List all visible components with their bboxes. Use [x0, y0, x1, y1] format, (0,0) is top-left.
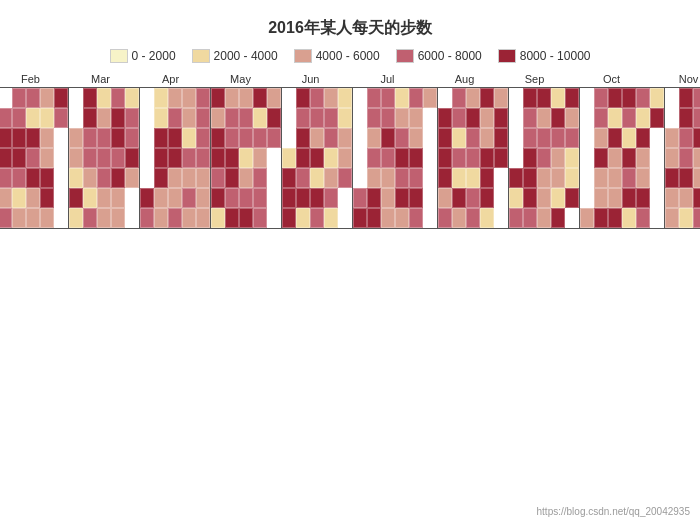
heatmap-cell — [509, 208, 523, 228]
heatmap-cell — [69, 148, 83, 168]
heatmap-cell — [26, 188, 40, 208]
heatmap-cell — [310, 148, 324, 168]
heatmap-cell — [679, 108, 693, 128]
heatmap-cell — [211, 128, 225, 148]
month-label: Mar — [66, 73, 136, 85]
heatmap-cell — [494, 88, 508, 108]
heatmap-cell — [154, 188, 168, 208]
heatmap-cell — [168, 168, 182, 188]
week-col — [12, 88, 26, 228]
heatmap-cell — [466, 168, 480, 188]
heatmap-cell — [679, 208, 693, 228]
week-col — [580, 88, 594, 228]
heatmap-cell — [40, 168, 54, 188]
heatmap-cell — [438, 148, 452, 168]
heatmap-cell — [580, 148, 594, 168]
week-col — [367, 88, 381, 228]
heatmap-cell — [83, 108, 97, 128]
heatmap-cell — [296, 148, 310, 168]
heatmap-cell — [537, 208, 551, 228]
heatmap-cell — [353, 108, 367, 128]
heatmap-cell — [395, 148, 409, 168]
heatmap-cell — [12, 208, 26, 228]
heatmap-cell — [665, 108, 679, 128]
heatmap-cell — [154, 108, 168, 128]
heatmap-cell — [338, 208, 352, 228]
heatmap-grid — [0, 87, 700, 229]
heatmap-cell — [494, 148, 508, 168]
heatmap-cell — [594, 128, 608, 148]
heatmap-cell — [665, 148, 679, 168]
heatmap-cell — [523, 148, 537, 168]
heatmap-cell — [551, 208, 565, 228]
week-col — [338, 88, 352, 228]
heatmap-cell — [296, 188, 310, 208]
heatmap-cell — [324, 168, 338, 188]
heatmap-cell — [494, 188, 508, 208]
heatmap-cell — [54, 128, 68, 148]
heatmap-cell — [125, 168, 139, 188]
week-col — [395, 88, 409, 228]
grid-area: JanFebMarAprMayJunJulAugSepOctNovDec — [0, 73, 700, 229]
legend-label: 2000 - 4000 — [214, 49, 278, 63]
heatmap-cell — [111, 208, 125, 228]
heatmap-cell — [338, 188, 352, 208]
heatmap-cell — [324, 128, 338, 148]
heatmap-cell — [665, 168, 679, 188]
heatmap-cell — [551, 88, 565, 108]
heatmap-cell — [211, 88, 225, 108]
heatmap-cell — [466, 148, 480, 168]
heatmap-cell — [608, 208, 622, 228]
heatmap-cell — [381, 128, 395, 148]
heatmap-cell — [523, 188, 537, 208]
week-col — [466, 88, 480, 228]
week-col — [296, 88, 310, 228]
heatmap-cell — [636, 208, 650, 228]
heatmap-cell — [367, 188, 381, 208]
heatmap-cell — [0, 88, 12, 108]
heatmap-cell — [338, 108, 352, 128]
month-label: Sep — [500, 73, 570, 85]
heatmap-cell — [69, 88, 83, 108]
heatmap-cell — [267, 128, 281, 148]
heatmap-cell — [12, 188, 26, 208]
heatmap-cell — [253, 128, 267, 148]
heatmap-cell — [693, 208, 701, 228]
week-col — [125, 88, 139, 228]
heatmap-cell — [168, 108, 182, 128]
heatmap-cell — [523, 128, 537, 148]
heatmap-cell — [594, 148, 608, 168]
heatmap-cell — [608, 148, 622, 168]
heatmap-cell — [438, 188, 452, 208]
heatmap-cell — [0, 108, 12, 128]
heatmap-cell — [0, 188, 12, 208]
heatmap-cell — [650, 108, 664, 128]
heatmap-cell — [69, 208, 83, 228]
week-col — [154, 88, 168, 228]
heatmap-cell — [452, 168, 466, 188]
week-col — [665, 88, 679, 228]
heatmap-cell — [523, 168, 537, 188]
heatmap-cell — [594, 208, 608, 228]
heatmap-cell — [509, 188, 523, 208]
heatmap-cell — [693, 148, 701, 168]
heatmap-cell — [608, 168, 622, 188]
heatmap-cell — [423, 88, 437, 108]
month-col — [69, 88, 140, 228]
heatmap-cell — [565, 148, 579, 168]
heatmap-cell — [182, 208, 196, 228]
heatmap-cell — [650, 208, 664, 228]
heatmap-cell — [0, 168, 12, 188]
month-label: Apr — [136, 73, 206, 85]
week-col — [608, 88, 622, 228]
heatmap-cell — [494, 108, 508, 128]
heatmap-cell — [267, 148, 281, 168]
heatmap-cell — [480, 188, 494, 208]
watermark: https://blog.csdn.net/qq_20042935 — [537, 506, 690, 517]
heatmap-cell — [367, 88, 381, 108]
heatmap-cell — [480, 208, 494, 228]
heatmap-cell — [225, 208, 239, 228]
heatmap-cell — [282, 168, 296, 188]
heatmap-cell — [423, 168, 437, 188]
heatmap-cell — [168, 208, 182, 228]
